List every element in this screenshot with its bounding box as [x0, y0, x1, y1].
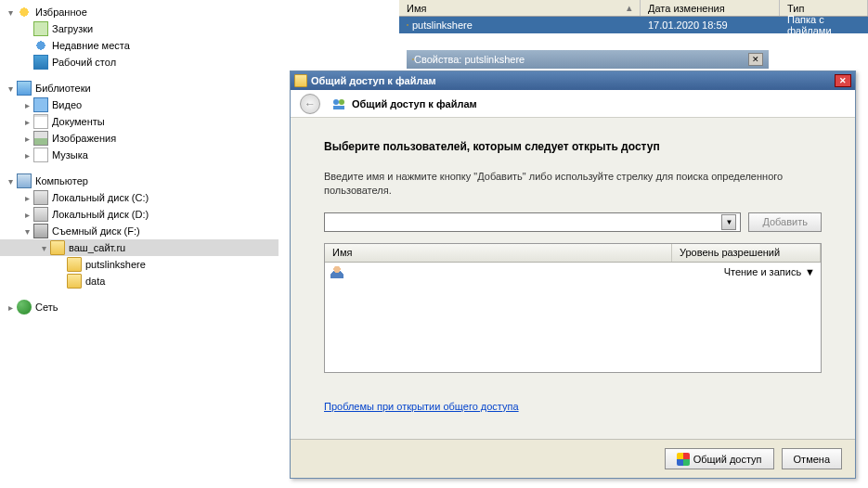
user-input[interactable] — [329, 216, 721, 227]
col-name[interactable]: Имя▴ — [399, 0, 641, 16]
label: Музыка — [52, 149, 88, 161]
tree-computer[interactable]: ▾Компьютер — [0, 173, 279, 189]
tree-recent[interactable]: Недавние места — [0, 37, 279, 54]
label: Загрузки — [52, 23, 93, 34]
dialog-navrow: ← Общий доступ к файлам — [291, 90, 855, 118]
folder-share-icon — [294, 74, 307, 87]
tree-downloads[interactable]: Загрузки — [0, 20, 279, 37]
tree-desktop[interactable]: Рабочий стол — [0, 54, 279, 71]
libraries-icon — [17, 81, 32, 96]
perm-col-name[interactable]: Имя — [325, 244, 672, 262]
share-icon — [331, 96, 346, 111]
network-icon — [17, 300, 32, 315]
dialog-titlebar[interactable]: Общий доступ к файлам ✕ — [291, 71, 855, 90]
back-button[interactable]: ← — [300, 94, 320, 114]
label: data — [85, 276, 105, 287]
col-date[interactable]: Дата изменения — [641, 0, 780, 16]
svg-point-0 — [333, 99, 339, 105]
label: Съемный диск (F:) — [52, 225, 140, 237]
tree-data[interactable]: data — [0, 273, 279, 289]
file-row[interactable]: putslinkshere 17.01.2020 18:59 Папка с ф… — [399, 17, 868, 33]
tree-drive-f[interactable]: ▾Съемный диск (F:) — [0, 223, 279, 239]
desktop-icon — [33, 55, 48, 70]
drive-icon — [33, 190, 48, 205]
add-user-row: ▼ Добавить — [324, 212, 822, 232]
dialog-title: Общий доступ к файлам — [311, 75, 835, 86]
label: Изображения — [52, 133, 116, 144]
star-icon — [17, 5, 32, 19]
cancel-button[interactable]: Отмена — [782, 448, 842, 469]
label: Документы — [52, 116, 105, 127]
permissions-table: Имя Уровень разрешений Чтение и запись ▼ — [324, 243, 822, 373]
music-icon — [33, 148, 48, 162]
trouble-link[interactable]: Проблемы при открытии общего доступа — [324, 401, 519, 412]
label: putslinkshere — [85, 259, 146, 270]
properties-title: Свойства: putslinkshere — [414, 54, 525, 65]
tree-music[interactable]: ▸Музыка — [0, 147, 279, 163]
svg-point-1 — [339, 99, 344, 105]
folder-icon — [67, 274, 82, 289]
nav-tree: ▾Избранное Загрузки Недавние места Рабоч… — [0, 0, 279, 488]
images-icon — [33, 131, 48, 146]
perm-header: Имя Уровень разрешений — [325, 244, 821, 263]
tree-images[interactable]: ▸Изображения — [0, 130, 279, 147]
label: ваш_сайт.ru — [69, 242, 125, 253]
label: Компьютер — [35, 175, 88, 186]
properties-titlebar[interactable]: Свойства: putslinkshere ✕ — [407, 50, 769, 69]
perm-row[interactable]: Чтение и запись ▼ — [325, 263, 821, 281]
drive-icon — [33, 207, 48, 222]
documents-icon — [33, 114, 48, 129]
perm-col-level[interactable]: Уровень разрешений — [672, 244, 821, 262]
chevron-down-icon[interactable]: ▼ — [721, 214, 736, 230]
label: Избранное — [35, 6, 87, 18]
user-combo[interactable]: ▼ — [324, 212, 741, 232]
sharing-dialog: Общий доступ к файлам ✕ ← Общий доступ к… — [290, 71, 856, 479]
close-icon[interactable]: ✕ — [835, 74, 851, 87]
label: Библиотеки — [35, 83, 91, 94]
folder-icon — [50, 240, 65, 255]
tree-documents[interactable]: ▸Документы — [0, 113, 279, 130]
dialog-instruction: Введите имя и нажмите кнопку "Добавить" … — [324, 170, 822, 198]
computer-icon — [17, 173, 32, 188]
dialog-subheading: Выберите пользователей, которым следует … — [324, 140, 822, 153]
label: Локальный диск (C:) — [52, 192, 149, 203]
dialog-heading-row: Общий доступ к файлам — [331, 96, 477, 111]
tree-libraries[interactable]: ▾Библиотеки — [0, 80, 279, 96]
label: Сеть — [35, 302, 58, 313]
recent-icon — [33, 38, 48, 53]
downloads-icon — [33, 21, 48, 36]
tree-drive-c[interactable]: ▸Локальный диск (C:) — [0, 189, 279, 206]
share-button[interactable]: Общий доступ — [665, 448, 774, 469]
shield-icon — [677, 453, 690, 466]
tree-drive-d[interactable]: ▸Локальный диск (D:) — [0, 206, 279, 223]
tree-video[interactable]: ▸Видео — [0, 96, 279, 113]
tree-putslinkshere[interactable]: putslinkshere — [0, 256, 279, 273]
label: Локальный диск (D:) — [52, 209, 149, 220]
tree-favorites[interactable]: ▾Избранное — [0, 4, 279, 20]
folder-icon — [407, 24, 408, 26]
dialog-heading: Общий доступ к файлам — [352, 98, 477, 109]
label: Видео — [52, 99, 82, 110]
dialog-footer: Общий доступ Отмена — [291, 439, 855, 478]
video-icon — [33, 97, 48, 112]
removable-drive-icon — [33, 224, 48, 238]
folder-icon — [67, 257, 82, 272]
dialog-content: Выберите пользователей, которым следует … — [291, 118, 855, 421]
perm-level[interactable]: Чтение и запись ▼ — [724, 266, 815, 277]
close-icon[interactable]: ✕ — [748, 53, 763, 66]
tree-site-folder[interactable]: ▾ваш_сайт.ru — [0, 239, 279, 256]
user-icon — [330, 265, 343, 278]
chevron-down-icon: ▼ — [805, 266, 815, 277]
tree-network[interactable]: ▸Сеть — [0, 299, 279, 315]
label: Рабочий стол — [52, 57, 116, 68]
add-button[interactable]: Добавить — [748, 212, 822, 232]
label: Недавние места — [52, 40, 130, 51]
svg-rect-2 — [333, 106, 344, 109]
